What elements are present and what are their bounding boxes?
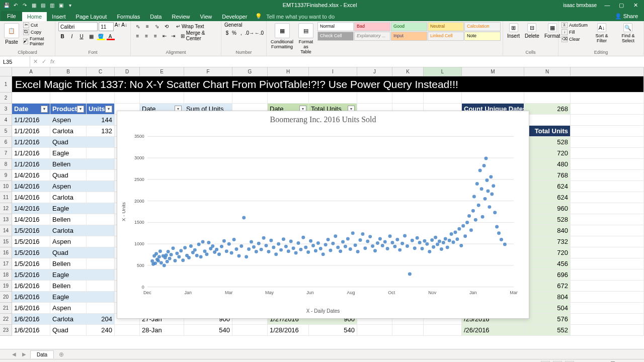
cell[interactable]: Eagle	[50, 203, 87, 214]
cell[interactable]: 768	[524, 170, 571, 181]
col-header[interactable]: G	[232, 67, 268, 76]
cell[interactable]	[571, 115, 644, 126]
row-header[interactable]: 15	[0, 236, 12, 247]
cell[interactable]	[87, 247, 115, 258]
row-header[interactable]: 20	[0, 292, 12, 303]
row-header[interactable]: 13	[0, 214, 12, 225]
cell[interactable]: Eagle	[50, 148, 87, 159]
worksheet-grid[interactable]: A B C D E F G H I J K L M N 1Excel Magic…	[0, 67, 644, 349]
tab-view[interactable]: View	[195, 12, 217, 21]
tab-formulas[interactable]: Formulas	[112, 12, 145, 21]
cell[interactable]: 540	[184, 325, 232, 336]
name-box[interactable]	[0, 56, 30, 67]
cell[interactable]: 1/1/2016	[12, 126, 50, 137]
col-header[interactable]: C	[87, 67, 115, 76]
tab-review[interactable]: Review	[167, 12, 195, 21]
cell[interactable]: 1/1/2016	[12, 137, 50, 148]
cell[interactable]	[115, 325, 140, 336]
close-icon[interactable]: ✕	[629, 2, 642, 9]
cell[interactable]: 1/4/2016	[12, 170, 50, 181]
cell[interactable]	[309, 93, 357, 104]
cell[interactable]: Quad	[50, 137, 87, 148]
cell[interactable]: 1/5/2016	[12, 269, 50, 281]
redo-icon[interactable]: ↷	[21, 2, 28, 9]
cell[interactable]: Bellen	[50, 214, 87, 225]
font-name-select[interactable]: Calibri	[58, 22, 98, 31]
cell[interactable]	[424, 93, 462, 104]
align-right-icon[interactable]: ≡	[152, 32, 159, 40]
cell[interactable]: Units▾	[87, 104, 115, 115]
conditional-formatting-button[interactable]: ▦Conditional Formatting	[270, 22, 294, 55]
align-middle-icon[interactable]: ≡	[143, 22, 151, 30]
row-header[interactable]: 18	[0, 269, 12, 281]
cell[interactable]: 456	[524, 258, 571, 269]
enter-formula-icon[interactable]: ✓	[42, 58, 46, 65]
chart-object[interactable]: Boomerang Inc. 2016 Units Sold 050010001…	[117, 111, 529, 319]
cell[interactable]	[115, 93, 140, 104]
cell[interactable]	[571, 247, 644, 258]
qat-btn[interactable]: ▣	[57, 2, 64, 9]
cell[interactable]	[87, 236, 115, 247]
cell[interactable]	[571, 281, 644, 292]
fill-color-button[interactable]: 🪣	[97, 32, 105, 40]
row-header[interactable]: 10	[0, 181, 12, 192]
cell[interactable]: 1/4/2016	[12, 181, 50, 192]
cell[interactable]	[87, 269, 115, 281]
cell[interactable]	[87, 203, 115, 214]
cell[interactable]: Bellen	[50, 159, 87, 170]
qat-btn[interactable]: ▦	[30, 2, 37, 9]
cell[interactable]	[50, 93, 87, 104]
align-center-icon[interactable]: ≡	[143, 32, 150, 40]
cell[interactable]: Bellen	[50, 281, 87, 292]
cell[interactable]: 804	[524, 292, 571, 303]
cell[interactable]	[232, 93, 268, 104]
share-button[interactable]: 👤 Share	[609, 12, 644, 21]
merge-center-button[interactable]: ⊞Merge & Center	[181, 30, 218, 41]
row-header[interactable]: 12	[0, 203, 12, 214]
cell[interactable]: 960	[524, 203, 571, 214]
cell[interactable]	[232, 325, 268, 336]
dec-decimal-icon[interactable]: ←.0	[255, 29, 263, 37]
cell[interactable]: 696	[524, 269, 571, 281]
cell[interactable]: 720	[524, 148, 571, 159]
cell[interactable]: 504	[524, 303, 571, 314]
percent-icon[interactable]: %	[231, 29, 237, 37]
cell[interactable]: 528	[524, 137, 571, 148]
qat-more-icon[interactable]: ▾	[66, 2, 73, 9]
cell[interactable]	[268, 93, 309, 104]
tab-page-layout[interactable]: Page Layout	[71, 12, 112, 21]
cell[interactable]: 1/6/2016	[12, 303, 50, 314]
cell[interactable]: Date▾	[12, 104, 50, 115]
cell[interactable]: 1/5/2016	[12, 247, 50, 258]
cell[interactable]: Quad	[50, 247, 87, 258]
cell[interactable]: 732	[524, 236, 571, 247]
cell-styles-gallery[interactable]: Normal Bad Good Neutral Calculation Chec…	[317, 22, 501, 55]
col-header[interactable]: D	[115, 67, 140, 76]
indent-inc-icon[interactable]: ⇥	[170, 32, 177, 40]
col-header[interactable]: M	[462, 67, 524, 76]
cell[interactable]: 672	[524, 281, 571, 292]
row-header[interactable]: 3	[0, 104, 12, 115]
row-header[interactable]: 8	[0, 159, 12, 170]
cell[interactable]: Eagle	[50, 292, 87, 303]
cell[interactable]: 576	[524, 314, 571, 325]
cell[interactable]: 1/6/2016	[12, 314, 50, 325]
cell[interactable]	[87, 292, 115, 303]
row-header[interactable]: 4	[0, 115, 12, 126]
row-header[interactable]: 19	[0, 281, 12, 292]
cell[interactable]: Carlota	[50, 192, 87, 203]
cell[interactable]	[571, 203, 644, 214]
sheet-tab-data[interactable]: Data	[30, 350, 54, 358]
cell[interactable]	[140, 93, 184, 104]
cell[interactable]: 1/4/2016	[12, 214, 50, 225]
sheet-nav-prev[interactable]: ◀	[10, 351, 18, 357]
cell[interactable]: Quad	[50, 325, 87, 336]
qat-btn[interactable]: ▤	[39, 2, 46, 9]
cell[interactable]: 268	[524, 104, 571, 115]
row-header[interactable]: 5	[0, 126, 12, 137]
cell[interactable]: Carlota	[50, 225, 87, 236]
cell[interactable]: 720	[524, 247, 571, 258]
cell[interactable]	[571, 137, 644, 148]
cell[interactable]: 552	[524, 325, 571, 336]
cell[interactable]	[571, 225, 644, 236]
